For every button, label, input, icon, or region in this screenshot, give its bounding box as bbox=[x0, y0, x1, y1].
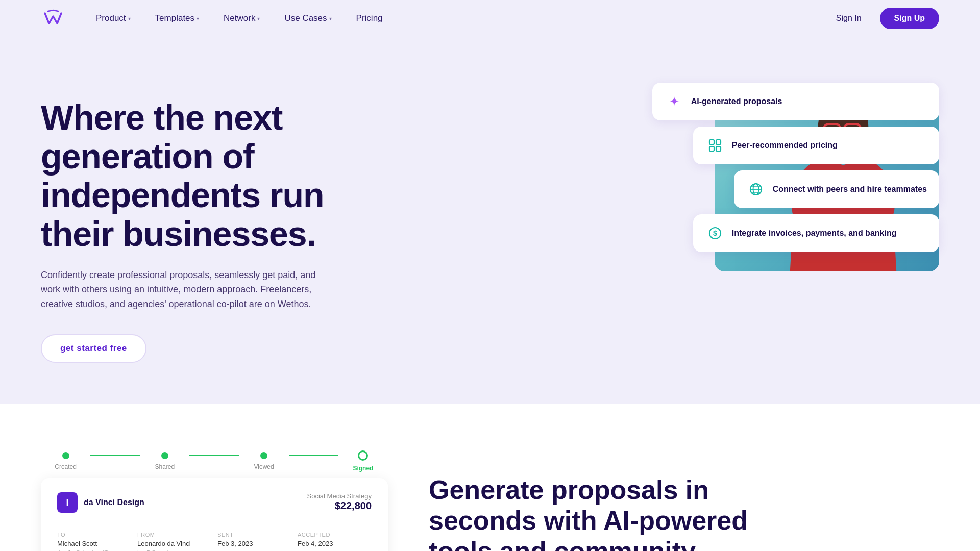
field-value-from: Leonardo da Vinci bbox=[137, 540, 211, 547]
tracker-line bbox=[189, 455, 239, 456]
chevron-down-icon: ▾ bbox=[257, 16, 260, 21]
feature-card-ai: ✦ AI-generated proposals bbox=[652, 83, 939, 120]
proposal-project-name: Social Media Strategy bbox=[307, 492, 372, 500]
tracker-label-shared: Shared bbox=[155, 463, 175, 470]
logo[interactable] bbox=[41, 6, 65, 31]
feature-card-network-label: Connect with peers and hire teammates bbox=[773, 185, 927, 194]
tracker-label-viewed: Viewed bbox=[254, 463, 274, 470]
sign-up-button[interactable]: Sign Up bbox=[880, 8, 939, 29]
tracker-label-created: Created bbox=[55, 463, 77, 470]
hero-left: Where the next generation of independent… bbox=[41, 78, 357, 363]
nav-templates[interactable]: Templates ▾ bbox=[145, 8, 209, 29]
field-value-sent: Feb 3, 2023 bbox=[217, 540, 291, 547]
sign-in-button[interactable]: Sign In bbox=[826, 9, 872, 28]
feature-card-payments-label: Integrate invoices, payments, and bankin… bbox=[732, 229, 897, 238]
proposal-fields: TO Michael Scott tigmike@dundermifflin.c… bbox=[57, 523, 372, 551]
tracker-line bbox=[289, 455, 338, 456]
proposal-field-accepted: ACCEPTED Feb 4, 2023 bbox=[298, 532, 372, 551]
svg-rect-5 bbox=[709, 140, 714, 144]
tracker-step-shared: Shared bbox=[140, 452, 189, 470]
company-logo: I bbox=[57, 492, 78, 513]
hero-title: Where the next generation of independent… bbox=[41, 98, 357, 254]
ai-icon: ✦ bbox=[665, 92, 684, 111]
get-started-button[interactable]: get started free bbox=[41, 334, 146, 363]
hero-right: ✦ AI-generated proposals Peer-recommende… bbox=[357, 78, 939, 333]
tracker-step-signed: Signed bbox=[338, 450, 388, 472]
field-label-to: TO bbox=[57, 532, 131, 538]
tracker-dot bbox=[161, 452, 168, 459]
field-label-sent: SENT bbox=[217, 532, 291, 538]
feature-cards: ✦ AI-generated proposals Peer-recommende… bbox=[652, 83, 939, 252]
dollar-icon: $ bbox=[705, 223, 725, 243]
feature-card-ai-label: AI-generated proposals bbox=[691, 97, 782, 106]
tracker-dot-active bbox=[358, 450, 368, 461]
nav-use-cases[interactable]: Use Cases ▾ bbox=[274, 8, 341, 29]
hero-section: Where the next generation of independent… bbox=[0, 37, 980, 404]
tracker-step-created: Created bbox=[41, 452, 90, 470]
second-section: Created Shared Viewed Signed I bbox=[0, 404, 980, 551]
field-value-to: Michael Scott bbox=[57, 540, 131, 547]
proposal-company-info: I da Vinci Design bbox=[57, 492, 144, 513]
tracker-line bbox=[90, 455, 140, 456]
proposal-field-to: TO Michael Scott tigmike@dundermifflin.c… bbox=[57, 532, 131, 551]
hero-subtitle: Confidently create professional proposal… bbox=[41, 268, 316, 312]
tracker-dot bbox=[260, 452, 267, 459]
grid-icon bbox=[705, 136, 725, 155]
tracker-step-viewed: Viewed bbox=[239, 452, 289, 470]
navigation: Product ▾ Templates ▾ Network ▾ Use Case… bbox=[0, 0, 980, 37]
proposal-card-header: I da Vinci Design Social Media Strategy … bbox=[57, 492, 372, 513]
svg-text:$: $ bbox=[713, 229, 717, 237]
nav-pricing[interactable]: Pricing bbox=[346, 8, 393, 29]
chevron-down-icon: ▾ bbox=[329, 16, 332, 21]
section-title: Generate proposals in seconds with AI-po… bbox=[429, 475, 939, 551]
nav-network[interactable]: Network ▾ bbox=[213, 8, 270, 29]
field-label-accepted: ACCEPTED bbox=[298, 532, 372, 538]
globe-icon bbox=[746, 180, 766, 199]
chevron-down-icon: ▾ bbox=[197, 16, 199, 21]
svg-rect-7 bbox=[709, 146, 714, 151]
proposal-amount-area: Social Media Strategy $22,800 bbox=[307, 492, 372, 512]
proposal-amount: $22,800 bbox=[307, 500, 372, 512]
feature-card-network: Connect with peers and hire teammates bbox=[734, 170, 939, 208]
chevron-down-icon: ▾ bbox=[128, 16, 131, 21]
proposal-preview: Created Shared Viewed Signed I bbox=[41, 444, 388, 551]
feature-card-pricing: Peer-recommended pricing bbox=[693, 127, 939, 164]
proposal-card: I da Vinci Design Social Media Strategy … bbox=[41, 478, 388, 551]
proposal-field-from: FROM Leonardo da Vinci LeoD@email.com bbox=[137, 532, 211, 551]
field-value-accepted: Feb 4, 2023 bbox=[298, 540, 372, 547]
proposal-field-sent: SENT Feb 3, 2023 bbox=[217, 532, 291, 551]
feature-card-pricing-label: Peer-recommended pricing bbox=[732, 141, 838, 150]
tracker-label-signed: Signed bbox=[353, 465, 373, 472]
second-section-right: Generate proposals in seconds with AI-po… bbox=[429, 444, 939, 551]
svg-rect-8 bbox=[716, 146, 721, 151]
nav-links: Product ▾ Templates ▾ Network ▾ Use Case… bbox=[86, 8, 826, 29]
field-label-from: FROM bbox=[137, 532, 211, 538]
feature-card-payments: $ Integrate invoices, payments, and bank… bbox=[693, 214, 939, 252]
proposal-tracker: Created Shared Viewed Signed bbox=[41, 444, 388, 478]
svg-rect-6 bbox=[716, 140, 721, 144]
nav-product[interactable]: Product ▾ bbox=[86, 8, 141, 29]
tracker-dot bbox=[62, 452, 69, 459]
nav-auth: Sign In Sign Up bbox=[826, 8, 939, 29]
company-name: da Vinci Design bbox=[84, 498, 144, 507]
